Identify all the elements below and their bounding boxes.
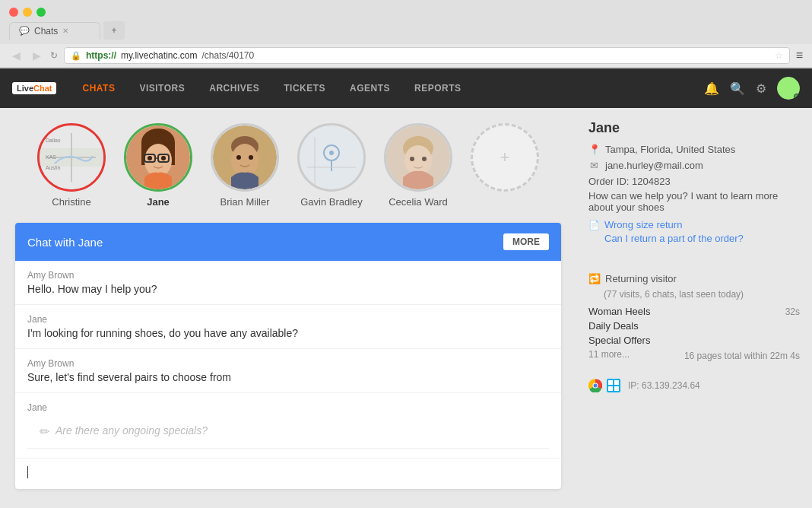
avatar-item-gavin[interactable]: Gavin Bradley [297, 123, 366, 208]
more-button[interactable]: MORE [503, 233, 549, 250]
search-icon[interactable]: 🔍 [730, 81, 745, 96]
avatar-item-brian-miller[interactable]: Brian Miller [211, 123, 279, 208]
refresh-button[interactable]: ↻ [50, 50, 58, 61]
svg-point-23 [329, 151, 334, 155]
message-typing-row: ✏ Are there any ongoing specials? [27, 415, 549, 449]
forward-button[interactable]: ▶ [30, 48, 44, 63]
chat-panel: Chat with Jane MORE Amy Brown Hello. How… [15, 223, 561, 489]
svg-text:Dallas: Dallas [46, 138, 61, 143]
avatar-circle-empty: + [471, 123, 539, 192]
cecelia-face-svg [386, 125, 450, 189]
returning-stats: (77 visits, 6 chats, last seen today) [604, 289, 800, 300]
nav-reports[interactable]: REPORTS [404, 78, 472, 98]
chat-messages: Amy Brown Hello. How may I help you? Jan… [15, 261, 561, 459]
text-cursor [27, 466, 28, 478]
avatar-name-empty [503, 196, 506, 208]
user-location: Tampa, Florida, United States [605, 144, 735, 155]
user-email: jane.hurley@mail.com [605, 160, 703, 171]
bookmark-icon[interactable]: ☆ [775, 50, 783, 61]
logo-chat-text: Chat [33, 84, 52, 93]
svg-text:KAS: KAS [46, 154, 56, 160]
message-text-3: Sure, let's find several pairs to choose… [27, 371, 549, 383]
link-wrong-size[interactable]: Wrong size return [604, 219, 744, 230]
notifications-icon[interactable]: 🔔 [704, 81, 719, 96]
windows-icon [607, 379, 620, 392]
typing-pencil-icon: ✏ [40, 424, 49, 439]
avatar-circle-jane [124, 123, 192, 192]
chat-header: Chat with Jane MORE [15, 223, 561, 261]
nav-agents[interactable]: AGENTS [339, 78, 401, 98]
chat-input-area[interactable] [15, 459, 561, 489]
online-status-dot [794, 94, 800, 100]
avatar-circle-christine: 3 Dallas KAS Austin [37, 123, 106, 192]
message-group-3: Amy Brown Sure, let's find several pairs… [15, 349, 561, 393]
browser-tab[interactable]: 💬 Chats ✕ [9, 22, 100, 40]
pages-footer: 11 more... 16 pages total within 22m 4s [588, 349, 800, 363]
top-navigation: LiveChat CHATS VISITORS ARCHIVES TICKETS… [0, 68, 812, 108]
nav-archives[interactable]: ARCHIVES [198, 78, 270, 98]
svg-point-15 [161, 156, 166, 160]
order-id: Order ID: 1204823 [588, 176, 800, 187]
pages-more: 11 more... [588, 349, 630, 360]
svg-text:Austin: Austin [46, 165, 61, 170]
svg-rect-36 [608, 380, 613, 385]
avatar-image-brian [213, 125, 277, 189]
browser-info-row: IP: 63.139.234.64 [588, 379, 800, 392]
returning-icon: 🔁 [588, 273, 601, 284]
message-sender-2: Jane [27, 314, 549, 325]
svg-rect-37 [614, 380, 619, 385]
tab-close-icon[interactable]: ✕ [62, 27, 68, 35]
browser-menu-icon[interactable]: ≡ [796, 49, 803, 62]
new-tab-button[interactable]: + [103, 21, 125, 40]
link-return-part[interactable]: Can I return a part of the order? [604, 233, 744, 244]
message-group-2: Jane I'm looking for running shoes, do y… [15, 305, 561, 349]
svg-point-19 [236, 155, 241, 160]
order-message: How can we help you? I want to learn mor… [588, 190, 800, 213]
add-icon: + [500, 148, 510, 167]
maximize-traffic-light[interactable] [36, 8, 46, 17]
url-secure: https:// [86, 50, 116, 61]
secure-icon: 🔒 [71, 51, 81, 61]
user-name-large: Jane [588, 120, 800, 136]
user-avatar-nav[interactable] [777, 77, 800, 100]
message-typing-text: Are there any ongoing specials? [56, 424, 208, 437]
avatar-item-jane[interactable]: Jane [124, 123, 192, 208]
message-sender-3: Amy Brown [27, 358, 549, 369]
avatar-item-cecelia[interactable]: Cecelia Ward [384, 123, 452, 208]
nav-visitors[interactable]: VISITORS [128, 78, 195, 98]
avatar-name-gavin: Gavin Bradley [300, 196, 363, 208]
avatar-image-jane [126, 125, 190, 189]
divider-2 [588, 370, 800, 371]
message-sender-4: Jane [27, 402, 549, 413]
nav-right-actions: 🔔 🔍 ⚙ [704, 77, 800, 100]
avatar-circle-gavin [297, 123, 366, 192]
svg-rect-39 [614, 386, 619, 391]
page-item-row-1: Woman Heels 32s [588, 306, 800, 317]
svg-point-34 [594, 384, 598, 388]
avatar-name-christine: Christine [52, 196, 90, 208]
nav-chats[interactable]: CHATS [71, 78, 125, 98]
order-links: Wrong size return Can I return a part of… [604, 219, 744, 246]
svg-point-18 [231, 144, 259, 177]
message-sender-1: Amy Brown [27, 270, 549, 281]
livechat-logo: LiveChat [12, 82, 56, 94]
map-svg-gavin [300, 125, 363, 189]
avatar-item-add-new[interactable]: + [471, 123, 539, 208]
back-button[interactable]: ◀ [9, 48, 24, 63]
chrome-icon [588, 379, 602, 392]
settings-icon[interactable]: ⚙ [756, 81, 766, 96]
minimize-traffic-light[interactable] [23, 8, 32, 17]
message-text-1: Hello. How may I help you? [27, 283, 549, 295]
returning-label: Returning visitor [605, 273, 677, 284]
avatar-item-christine[interactable]: 3 Dallas KAS Austin [37, 123, 106, 208]
avatar-circle-brian [211, 123, 279, 192]
address-bar[interactable]: 🔒 https://my.livechatinc.com/chats/40170… [64, 47, 790, 64]
user-email-row: ✉ jane.hurley@mail.com [588, 160, 800, 171]
nav-items: CHATS VISITORS ARCHIVES TICKETS AGENTS R… [71, 78, 704, 98]
order-section: Order ID: 1204823 How can we help you? I… [588, 176, 800, 257]
pages-total: 16 pages total within 22m 4s [684, 351, 800, 361]
nav-tickets[interactable]: TICKETS [273, 78, 336, 98]
kb-icon: 📄 [588, 220, 600, 230]
avatar-name-cecelia: Cecelia Ward [389, 196, 448, 208]
close-traffic-light[interactable] [9, 8, 18, 17]
